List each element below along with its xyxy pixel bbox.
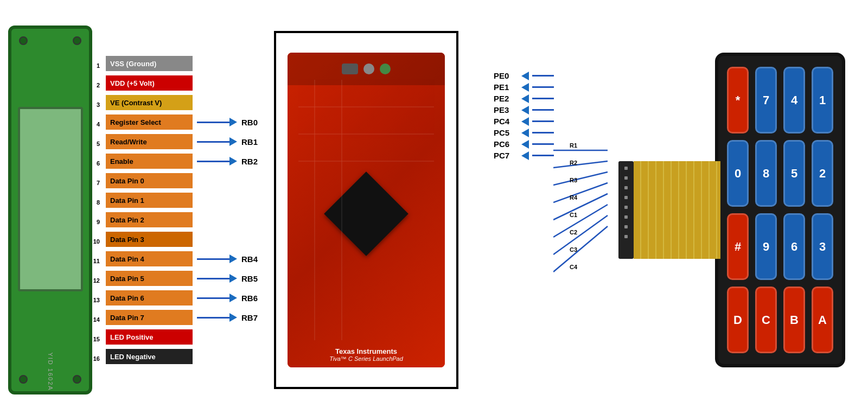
pe0-label: PE0: [494, 71, 518, 80]
svg-line-7: [553, 172, 608, 185]
svg-text:R3: R3: [570, 177, 577, 183]
pc7-row: PC7: [494, 151, 554, 160]
pin-num-5: 5: [93, 134, 101, 154]
pc6-row: PC6: [494, 139, 554, 149]
wire-dp7-rb7: [197, 317, 229, 319]
rb2-wire: RB2: [197, 157, 258, 166]
pe1-row: PE1: [494, 82, 554, 92]
svg-text:R2: R2: [570, 160, 577, 166]
svg-text:C3: C3: [570, 246, 577, 253]
key-d[interactable]: D: [727, 287, 749, 353]
pin-label-dp2: Data Pin 2: [106, 212, 193, 227]
ribbon-section: R1 R2 R3 R4 C1 C2 C3 C4: [553, 139, 720, 281]
pin-label-dp3: Data Pin 3: [106, 232, 193, 247]
rb7-wire: RB7: [197, 313, 258, 322]
circuit-svg: [288, 53, 445, 367]
pin-label-dp5: Data Pin 5: [106, 271, 193, 286]
key-hash[interactable]: #: [727, 213, 749, 280]
connector-pins: [624, 167, 628, 238]
pin-row-5: Read/Write RB1: [106, 132, 258, 151]
pc6-label: PC6: [494, 139, 518, 149]
key-0[interactable]: 0: [727, 140, 749, 207]
pin-num-15: 15: [93, 329, 101, 349]
keypad: * 7 4 1 0 8 5 2 # 9 6 3 D C B A: [715, 53, 845, 367]
pe2-arrow: [521, 94, 529, 103]
key-6[interactable]: 6: [783, 213, 805, 280]
pin-num-11: 11: [93, 251, 101, 271]
pin-row-6: Enable RB2: [106, 151, 258, 171]
connector-pin-4: [624, 196, 628, 199]
pin-num-9: 9: [93, 212, 101, 232]
pin-row-16: LED Negative: [106, 347, 258, 366]
diag-wires-svg: R1 R2 R3 R4 C1 C2 C3 C4: [553, 139, 618, 281]
key-b[interactable]: B: [783, 287, 805, 353]
connector-pin-8: [624, 235, 628, 238]
pc7-wire: [532, 155, 554, 156]
pc5-label: PC5: [494, 128, 518, 137]
diag-wire-area: R1 R2 R3 R4 C1 C2 C3 C4: [553, 139, 618, 281]
key-2[interactable]: 2: [812, 140, 833, 207]
key-c[interactable]: C: [755, 287, 777, 353]
pc4-row: PC4: [494, 117, 554, 126]
lcd-screen: [18, 107, 83, 291]
wire-rs-rb0: [197, 122, 229, 123]
mcu-box: Texas Instruments Tiva™ C Series LaunchP…: [274, 31, 458, 389]
key-3[interactable]: 3: [812, 213, 833, 280]
pe3-label: PE3: [494, 105, 518, 114]
connector-pin-1: [624, 167, 628, 170]
key-star[interactable]: *: [727, 67, 749, 133]
connector-pin-6: [624, 215, 628, 219]
pc7-arrow: [521, 151, 529, 160]
wire-dp6-rb6: [197, 297, 229, 299]
svg-text:C2: C2: [570, 229, 577, 236]
pc6-wire: [532, 143, 554, 145]
lcd-pin-numbers: 1 2 3 4 5 6 7 8 9 10 11 12 13 14 15 16: [93, 56, 101, 368]
pin-num-6: 6: [93, 154, 101, 173]
lcd-corner-br: [73, 375, 81, 384]
pin-row-1: VSS (Ground): [106, 54, 258, 73]
pe3-wire: [532, 109, 554, 111]
svg-text:R4: R4: [570, 194, 578, 201]
pin-label-dp6: Data Pin 6: [106, 290, 193, 306]
pin-num-16: 16: [93, 349, 101, 368]
pin-row-11: Data Pin 4 RB4: [106, 249, 258, 269]
pe3-row: PE3: [494, 105, 554, 114]
pin-label-vdd: VDD (+5 Volt): [106, 75, 193, 91]
arrow-dp6-rb6: [229, 294, 237, 302]
pin-num-4: 4: [93, 114, 101, 134]
pin-row-3: VE (Contrast V): [106, 93, 258, 112]
key-9[interactable]: 9: [755, 213, 777, 280]
key-a[interactable]: A: [812, 287, 833, 353]
svg-line-9: [553, 194, 608, 220]
pin-label-dp4: Data Pin 4: [106, 251, 193, 266]
rb1-wire: RB1: [197, 137, 258, 147]
key-5[interactable]: 5: [783, 140, 805, 207]
key-8[interactable]: 8: [755, 140, 777, 207]
pin-label-led-neg: LED Negative: [106, 349, 193, 364]
pin-row-4: Register Select RB0: [106, 112, 258, 132]
wire-rw-rb1: [197, 141, 229, 143]
pc5-row: PC5: [494, 128, 554, 137]
pin-label-dp0: Data Pin 0: [106, 173, 193, 188]
pin-num-2: 2: [93, 75, 101, 95]
rb5-label: RB5: [241, 274, 258, 283]
pe0-wire: [532, 75, 554, 77]
arrow-rw-rb1: [229, 137, 237, 146]
key-1[interactable]: 1: [812, 67, 833, 133]
svg-text:C4: C4: [570, 264, 578, 270]
pin-row-8: Data Pin 1: [106, 190, 258, 210]
pin-row-13: Data Pin 6 RB6: [106, 288, 258, 308]
lcd-corner-tl: [19, 36, 28, 45]
pe0-arrow: [521, 72, 529, 80]
pin-num-1: 1: [93, 56, 101, 75]
pin-label-rs: Register Select: [106, 114, 193, 130]
key-4[interactable]: 4: [783, 67, 805, 133]
key-7[interactable]: 7: [755, 67, 777, 133]
pin-label-en: Enable: [106, 154, 193, 169]
rb1-label: RB1: [241, 137, 258, 147]
connector-pin-3: [624, 186, 628, 189]
ribbon-cable: [634, 161, 720, 259]
pc6-arrow: [521, 140, 529, 149]
pin-num-12: 12: [93, 271, 101, 290]
circuit-overlay: [288, 53, 445, 367]
